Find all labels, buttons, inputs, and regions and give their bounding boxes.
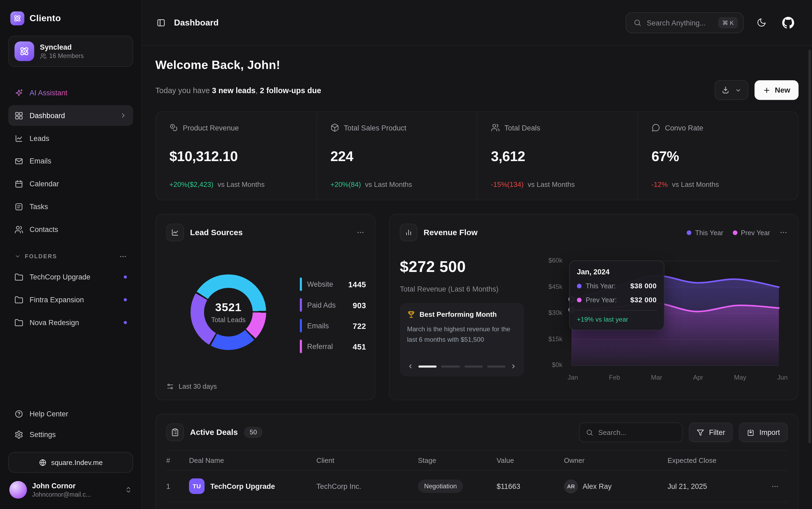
app-root: Cliento Synclead 16 Members bbox=[0, 0, 812, 509]
theme-toggle-moon-icon[interactable] bbox=[752, 13, 770, 32]
lead-sources-card: Lead Sources 3521 Total Leads Website144… bbox=[156, 214, 376, 400]
sidebar-item-label: Settings bbox=[30, 430, 56, 439]
sidebar-item-leads[interactable]: Leads bbox=[8, 128, 133, 148]
scrollbar[interactable] bbox=[809, 50, 811, 443]
topbar: Dashboard Search Anything... ⌘ K bbox=[142, 0, 812, 46]
sidebar-item-ai-assistant[interactable]: AI Assistant bbox=[8, 82, 133, 103]
chevrons-up-down-icon bbox=[125, 486, 132, 494]
workspace-members: 16 Members bbox=[49, 53, 84, 60]
sidebar-item-help-center[interactable]: Help Center bbox=[8, 403, 133, 424]
welcome-subtitle: Today you have 3 new leads, 2 follow-ups… bbox=[156, 86, 321, 95]
coins-icon bbox=[169, 123, 178, 132]
chevron-down-icon bbox=[14, 253, 21, 259]
new-button[interactable]: New bbox=[754, 80, 799, 100]
card-menu-icon[interactable] bbox=[779, 229, 788, 237]
brand-logo-atom-icon bbox=[10, 11, 25, 25]
folders-title: FOLDERS bbox=[25, 253, 57, 259]
card-title: Revenue Flow bbox=[424, 228, 478, 237]
stage-badge: Negotiation bbox=[418, 479, 463, 493]
import-button[interactable]: Import bbox=[739, 422, 788, 442]
search-icon bbox=[586, 429, 594, 436]
stat-label: Convo Rate bbox=[665, 124, 703, 132]
legend-item-paid-ads: Paid Ads903 bbox=[300, 298, 366, 312]
card-title: Active Deals bbox=[190, 428, 238, 437]
user-menu[interactable]: John Cornor Johncornor@mail.c... bbox=[8, 479, 133, 501]
dashboard-content: Welcome Back, John! Today you have 3 new… bbox=[142, 46, 812, 509]
sidebar-item-calendar[interactable]: Calendar bbox=[8, 173, 133, 194]
y-axis-tick: $0k bbox=[545, 361, 563, 369]
y-axis-tick: $15k bbox=[545, 335, 563, 343]
legend-item-referral: Referral451 bbox=[300, 340, 366, 353]
user-name: John Cornor bbox=[32, 482, 91, 491]
filter-button[interactable]: Filter bbox=[689, 422, 733, 442]
total-leads-label: Total Leads bbox=[211, 316, 245, 324]
sidebar-item-emails[interactable]: Emails bbox=[8, 150, 133, 171]
plus-icon bbox=[763, 86, 771, 94]
carousel-next-icon[interactable] bbox=[510, 363, 517, 370]
donut-center: 3521 Total Leads bbox=[204, 288, 253, 336]
github-icon[interactable] bbox=[779, 13, 798, 32]
stat-value: 224 bbox=[330, 148, 464, 165]
search-icon bbox=[634, 18, 642, 27]
sidebar-item-label: Emails bbox=[30, 157, 51, 165]
stat-label: Total Sales Product bbox=[344, 124, 407, 132]
gear-icon bbox=[14, 430, 23, 439]
folder-item-nova-redesign[interactable]: Nova Redesign bbox=[8, 312, 133, 333]
sidebar-item-contacts[interactable]: Contacts bbox=[8, 219, 133, 240]
best-month-carousel bbox=[407, 363, 517, 370]
carousel-indicator[interactable] bbox=[464, 365, 482, 368]
folder-item-techcorp-upgrade[interactable]: TechCorp Upgrade bbox=[8, 267, 133, 287]
sidebar-item-label: Help Center bbox=[30, 410, 68, 418]
sidebar-item-tasks[interactable]: Tasks bbox=[8, 196, 133, 217]
trophy-icon bbox=[407, 310, 415, 318]
sidebar-item-dashboard[interactable]: Dashboard bbox=[8, 105, 133, 126]
search-kbd-shortcut: ⌘ K bbox=[718, 17, 738, 28]
value-cell: $11663 bbox=[497, 482, 564, 490]
carousel-indicator[interactable] bbox=[487, 365, 505, 368]
row-menu-icon[interactable] bbox=[771, 482, 788, 490]
sidebar-toggle-icon[interactable] bbox=[156, 18, 166, 27]
folders-menu-icon[interactable] bbox=[119, 252, 127, 260]
domain-button[interactable]: square.Indev.me bbox=[8, 452, 133, 473]
folders-section-header[interactable]: FOLDERS bbox=[8, 248, 133, 265]
download-icon bbox=[721, 86, 730, 94]
funnel-icon bbox=[697, 429, 704, 436]
workspace-switcher[interactable]: Synclead 16 Members bbox=[8, 36, 133, 67]
carousel-prev-icon[interactable] bbox=[407, 363, 414, 370]
deals-search-input[interactable]: Search... bbox=[579, 422, 683, 442]
revenue-flow-card: Revenue Flow This Year Prev Year $272 50… bbox=[389, 214, 799, 400]
folder-item-fintra-expansion[interactable]: Fintra Expansion bbox=[8, 290, 133, 310]
stat-delta: +20%(84)vs Last Months bbox=[330, 181, 464, 189]
tasks-list-icon bbox=[14, 202, 23, 211]
export-split-button[interactable] bbox=[715, 80, 748, 100]
best-month-description: March is the highest revenue for the las… bbox=[407, 324, 513, 345]
best-performing-month-card: Best Performing Month March is the highe… bbox=[400, 303, 524, 376]
folder-status-dot bbox=[124, 275, 127, 279]
sidebar-item-label: Dashboard bbox=[30, 111, 65, 120]
carousel-indicator[interactable] bbox=[418, 365, 437, 368]
expected-close-cell: Jul 21, 2025 bbox=[668, 482, 771, 490]
members-icon bbox=[40, 53, 47, 60]
carousel-indicator[interactable] bbox=[441, 365, 460, 368]
x-axis-labels: JanFebMarAprMayJun bbox=[568, 374, 788, 381]
sidebar-item-settings[interactable]: Settings bbox=[8, 424, 133, 445]
package-icon bbox=[330, 123, 339, 132]
stats-row: Product Revenue $10,312.10 +20%($2,423)v… bbox=[156, 111, 799, 201]
lead-sources-period: Last 30 days bbox=[178, 382, 217, 391]
tooltip-row-this-year: This Year:$38 000 bbox=[577, 282, 656, 290]
y-axis-tick: $45k bbox=[545, 283, 563, 290]
stat-label: Total Deals bbox=[504, 124, 540, 132]
page-title: Dashboard bbox=[174, 18, 218, 28]
table-row[interactable]: 1 TU TechCorp Upgrade TechCorp Inc. Nego… bbox=[166, 471, 787, 502]
tooltip-divider bbox=[577, 310, 656, 311]
stat-value: $10,312.10 bbox=[169, 148, 303, 165]
sidebar-spacer bbox=[8, 333, 133, 403]
folder-label: Fintra Expansion bbox=[30, 296, 84, 304]
global-search-input[interactable]: Search Anything... ⌘ K bbox=[625, 12, 744, 33]
deals-count-badge: 50 bbox=[244, 427, 263, 438]
revenue-total: $272 500 bbox=[400, 258, 466, 275]
grid-icon bbox=[14, 111, 23, 120]
card-menu-icon[interactable] bbox=[356, 229, 365, 237]
legend-prev-year: Prev Year bbox=[733, 229, 770, 236]
folder-label: Nova Redesign bbox=[30, 318, 79, 327]
